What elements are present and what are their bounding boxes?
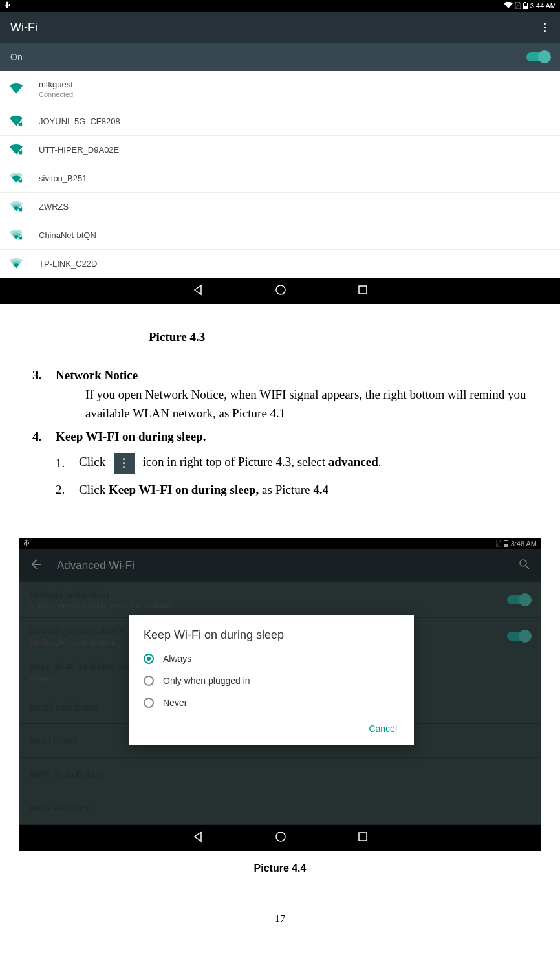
settings-row[interactable]: WPS Push Button [19,758,541,791]
list-item: 3. Network Notice If you open Network No… [32,366,534,423]
wifi-signal-icon [9,144,23,156]
overflow-menu-icon[interactable] [540,19,550,36]
wifi-status-icon [504,2,513,10]
radio-icon [144,654,154,664]
wifi-signal-icon [9,229,23,241]
page-title: Advanced Wi-Fi [57,559,135,572]
network-status: Connected [39,91,73,98]
overflow-menu-icon [114,453,135,474]
svg-rect-13 [505,540,507,540]
svg-rect-3 [524,3,527,6]
radio-option[interactable]: Never [144,698,400,708]
network-name: UTT-HIPER_D9A02E [39,145,119,155]
home-button[interactable] [275,831,286,845]
usb-icon [4,1,10,10]
svg-rect-10 [359,286,367,294]
setting-title: Network notification [30,590,171,600]
wifi-settings-screenshot: 3:44 AM Wi-Fi On mtkguest Connected JOYU… [0,0,560,304]
svg-line-16 [526,566,529,569]
back-arrow-icon[interactable] [30,558,41,573]
sim-icon [515,2,521,10]
svg-point-15 [520,560,526,566]
radio-icon [144,676,154,686]
svg-rect-4 [19,123,22,126]
wifi-toggle-switch[interactable] [526,52,550,61]
page-title: Wi-Fi [10,21,38,34]
network-name: siviton_B251 [39,173,87,183]
setting-title: Keep Wi-Fi on during sle [30,662,129,672]
usb-icon [23,539,30,548]
svg-point-9 [276,285,285,294]
status-time: 3:48 AM [511,540,537,547]
setting-title: Install certificates [30,702,99,712]
recent-button[interactable] [358,285,368,298]
radio-option[interactable]: Only when plugged in [144,676,400,686]
document-body: Picture 4.3 3. Network Notice If you ope… [0,304,560,538]
cancel-button[interactable]: Cancel [369,723,397,734]
svg-rect-7 [19,208,22,212]
section-heading: Network Notice [56,366,534,384]
wifi-signal-icon [9,115,23,127]
app-bar: Advanced Wi-Fi [19,549,541,582]
toggle-switch[interactable] [507,632,530,641]
wifi-network-row[interactable]: ChinaNet-btQN [0,221,560,250]
settings-row[interactable]: WPS Pin Entry [19,791,541,825]
svg-line-11 [497,540,501,546]
setting-title: Wi-Fi Direct [30,736,77,746]
setting-title: WPS Pin Entry [30,803,90,813]
wifi-network-row[interactable]: TP-LINK_C22D [0,250,560,278]
wifi-master-toggle-row[interactable]: On [0,43,560,71]
section-heading: Keep WI-FI on during sleep. [56,427,206,446]
app-bar: Wi-Fi [0,12,560,43]
network-name: ZWRZS [39,202,69,212]
svg-rect-5 [19,151,22,155]
svg-rect-6 [19,180,22,183]
android-nav-bar [19,825,541,851]
svg-line-0 [516,3,520,8]
wifi-signal-icon [9,258,23,270]
wifi-signal-icon [9,83,23,95]
wifi-network-row[interactable]: mtkguest Connected [0,71,560,107]
network-name: TP-LINK_C22D [39,259,97,269]
list-item: 1. Click icon in right top of Picture 4.… [56,452,534,474]
page-number: 17 [0,913,560,925]
wifi-network-row[interactable]: ZWRZS [0,193,560,221]
radio-label: Always [163,654,191,664]
network-name: ChinaNet-btQN [39,230,96,240]
figure-caption: Picture 4.3 [149,327,534,346]
sim-icon [496,540,501,548]
toggle-switch[interactable] [507,595,530,604]
back-button[interactable] [192,284,204,298]
radio-icon [144,698,154,708]
setting-title: WPS Push Button [30,769,102,780]
wifi-network-row[interactable]: JOYUNI_5G_CF8208 [0,107,560,136]
svg-rect-2 [524,2,526,3]
search-icon[interactable] [519,558,530,573]
radio-label: Never [163,698,187,708]
wifi-network-row[interactable]: siviton_B251 [0,164,560,193]
battery-icon [523,2,528,10]
wifi-signal-icon [9,201,23,213]
svg-rect-8 [19,237,22,240]
back-button[interactable] [192,831,204,845]
status-bar: 3:44 AM [0,0,560,12]
wifi-network-row[interactable]: UTT-HIPER_D9A02E [0,136,560,164]
setting-subtitle: Always [30,674,129,682]
recent-button[interactable] [358,832,368,844]
setting-subtitle: Let Google's location servic [30,638,124,646]
paragraph: If you open Network Notice, when WIFI si… [85,385,534,423]
setting-subtitle: Notify whenever a public network is avai… [30,602,171,610]
status-bar: 3:48 AM [19,538,541,549]
radio-group: Always Only when plugged in Never [144,654,400,708]
setting-title: Scanning always availa [30,626,124,636]
figure-caption: Picture 4.4 [0,863,560,874]
wifi-signal-icon [9,172,23,184]
svg-rect-18 [359,833,367,841]
settings-row[interactable]: Network notification Notify whenever a p… [19,582,541,618]
home-button[interactable] [275,284,286,298]
radio-option[interactable]: Always [144,654,400,664]
advanced-wifi-screenshot: 3:48 AM Advanced Wi-Fi Network notificat… [19,538,541,851]
svg-rect-14 [504,541,508,544]
wifi-on-label: On [10,52,23,62]
battery-icon [504,540,508,548]
